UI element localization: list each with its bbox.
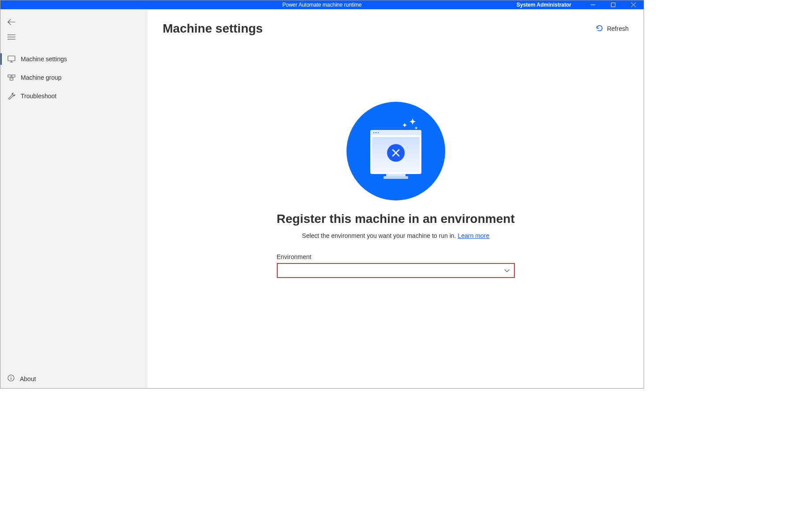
svg-point-22 xyxy=(373,132,374,133)
minimize-button[interactable] xyxy=(583,0,603,9)
register-illustration xyxy=(346,102,445,200)
refresh-icon xyxy=(596,24,603,33)
svg-rect-21 xyxy=(370,133,421,135)
app-title: Power Automate machine runtime xyxy=(282,2,361,8)
learn-more-link[interactable]: Learn more xyxy=(458,232,489,239)
environment-label: Environment xyxy=(277,253,515,260)
register-heading: Register this machine in an environment xyxy=(277,212,515,226)
svg-rect-12 xyxy=(10,78,13,80)
back-button[interactable] xyxy=(0,15,148,30)
wrench-icon xyxy=(7,92,15,100)
sidebar-item-machine-settings[interactable]: Machine settings xyxy=(0,50,148,68)
monitor-icon xyxy=(7,55,15,63)
svg-rect-18 xyxy=(384,176,408,179)
refresh-label: Refresh xyxy=(607,25,629,32)
info-icon xyxy=(7,374,15,383)
environment-dropdown[interactable] xyxy=(277,263,515,278)
svg-rect-10 xyxy=(8,75,11,77)
group-icon xyxy=(7,74,15,82)
svg-rect-1 xyxy=(611,3,615,7)
maximize-button[interactable] xyxy=(603,0,623,9)
svg-rect-7 xyxy=(8,56,15,61)
sidebar-item-about[interactable]: About xyxy=(0,369,148,388)
svg-point-23 xyxy=(375,132,376,133)
sidebar: Machine settings Machine group Troublesh… xyxy=(0,9,148,388)
sidebar-item-label: Troubleshoot xyxy=(21,93,56,100)
main-content: Machine settings Refresh xyxy=(148,9,644,388)
sidebar-item-machine-group[interactable]: Machine group xyxy=(0,68,148,87)
refresh-button[interactable]: Refresh xyxy=(596,24,629,33)
svg-rect-11 xyxy=(12,75,15,77)
titlebar-user: System Administrator xyxy=(517,2,571,8)
hamburger-button[interactable] xyxy=(0,30,148,50)
close-button[interactable] xyxy=(623,0,644,9)
svg-point-14 xyxy=(11,376,11,377)
sidebar-footer-label: About xyxy=(20,375,36,382)
titlebar: Power Automate machine runtime System Ad… xyxy=(0,0,644,9)
chevron-down-icon xyxy=(504,267,510,274)
sidebar-item-troubleshoot[interactable]: Troubleshoot xyxy=(0,87,148,105)
register-subtitle: Select the environment you want your mac… xyxy=(302,232,489,239)
sidebar-item-label: Machine settings xyxy=(21,56,67,63)
page-title: Machine settings xyxy=(163,22,263,36)
svg-point-24 xyxy=(377,132,378,133)
sidebar-item-label: Machine group xyxy=(21,74,62,81)
